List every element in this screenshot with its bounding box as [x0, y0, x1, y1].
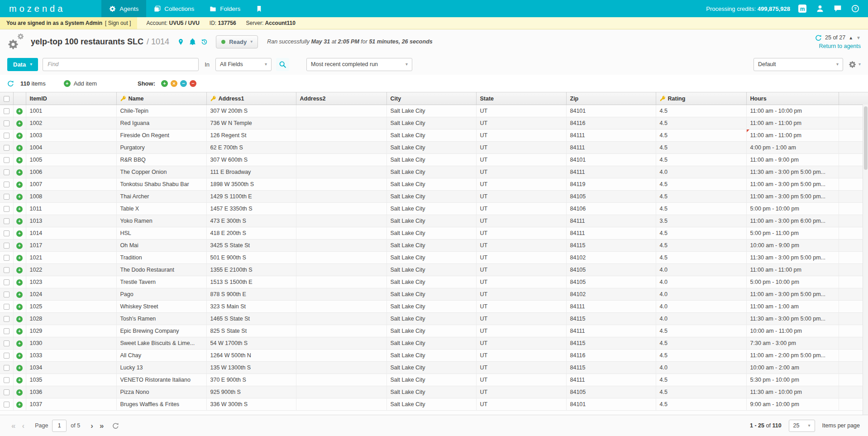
run-history-icon[interactable] [201, 38, 208, 45]
cell-address1[interactable]: 135 W 1300th S [206, 362, 296, 374]
nav-item-agents[interactable]: Agents [101, 0, 146, 17]
cell-hours[interactable]: 11:00 am - 3:00 pm 5:00 pm... [746, 191, 839, 203]
cell-state[interactable]: UT [476, 129, 566, 142]
row-checkbox[interactable] [4, 267, 10, 273]
cell-address2[interactable] [296, 362, 386, 374]
cell-itemid[interactable]: 1004 [26, 142, 116, 154]
cell-zip[interactable]: 84111 [566, 215, 656, 227]
row-checkbox[interactable] [4, 377, 10, 383]
cell-zip[interactable]: 84111 [566, 142, 656, 154]
cell-address2[interactable] [296, 313, 386, 325]
cell-address1[interactable]: 925 900th S [206, 386, 296, 398]
cell-itemid[interactable]: 1022 [26, 264, 116, 276]
cell-itemid[interactable]: 1007 [26, 178, 116, 191]
chat-icon[interactable] [832, 3, 843, 14]
cell-address1[interactable]: 336 W 300th S [206, 398, 296, 411]
cell-address2[interactable] [296, 288, 386, 301]
cell-itemid[interactable]: 1023 [26, 276, 116, 288]
cell-rating[interactable]: 4.5 [656, 240, 746, 252]
cell-zip[interactable]: 84111 [566, 129, 656, 142]
cell-hours[interactable]: 5:00 pm - 10:00 pm [746, 203, 839, 215]
cell-city[interactable]: Salt Lake City [386, 142, 476, 154]
cell-address2[interactable] [296, 337, 386, 350]
cell-name[interactable]: Pago [116, 288, 206, 301]
cell-city[interactable]: Salt Lake City [386, 398, 476, 411]
expand-row-icon[interactable]: + [16, 218, 23, 225]
cell-hours[interactable]: 11:00 am - 2:00 pm 5:00 pm... [746, 350, 839, 362]
cell-rating[interactable]: 4.5 [656, 398, 746, 411]
cell-hours[interactable]: 10:00 am - 9:00 pm [746, 240, 839, 252]
cell-rating[interactable]: 4.5 [656, 178, 746, 191]
cell-zip[interactable]: 84102 [566, 252, 656, 264]
column-header-zip[interactable]: Zip [566, 92, 656, 105]
page-number-input[interactable] [52, 420, 67, 432]
cell-state[interactable]: UT [476, 178, 566, 191]
cell-itemid[interactable]: 1033 [26, 350, 116, 362]
row-checkbox[interactable] [4, 255, 10, 261]
expand-row-icon[interactable]: + [16, 157, 23, 163]
cell-city[interactable]: Salt Lake City [386, 129, 476, 142]
cell-zip[interactable]: 84115 [566, 362, 656, 374]
expand-row-icon[interactable]: + [16, 292, 23, 298]
show-neutral-icon[interactable]: − [180, 80, 187, 87]
cell-zip[interactable]: 84106 [566, 203, 656, 215]
cell-hours[interactable]: 5:30 pm - 10:00 pm [746, 374, 839, 386]
cell-city[interactable]: Salt Lake City [386, 276, 476, 288]
cell-zip[interactable]: 84105 [566, 276, 656, 288]
row-checkbox[interactable] [4, 402, 10, 407]
cell-itemid[interactable]: 1002 [26, 117, 116, 129]
expand-row-icon[interactable]: + [16, 402, 23, 408]
column-header-name[interactable]: Name [116, 92, 206, 105]
row-checkbox[interactable] [4, 206, 10, 212]
cell-zip[interactable]: 84101 [566, 398, 656, 411]
cell-address2[interactable] [296, 325, 386, 337]
cell-rating[interactable]: 4.5 [656, 117, 746, 129]
cell-state[interactable]: UT [476, 215, 566, 227]
cell-name[interactable]: All Chay [116, 350, 206, 362]
last-page-icon[interactable]: » [96, 422, 107, 430]
field-up-icon[interactable]: ▲ [849, 35, 853, 40]
cell-city[interactable]: Salt Lake City [386, 227, 476, 240]
cell-name[interactable]: The Dodo Restaurant [116, 264, 206, 276]
expand-row-icon[interactable]: + [16, 389, 23, 396]
cell-address2[interactable] [296, 276, 386, 288]
cell-city[interactable]: Salt Lake City [386, 166, 476, 178]
cell-name[interactable]: Oh Mai [116, 240, 206, 252]
cell-rating[interactable]: 4.0 [656, 288, 746, 301]
cell-zip[interactable]: 84116 [566, 117, 656, 129]
row-checkbox[interactable] [4, 194, 10, 200]
cell-itemid[interactable]: 1036 [26, 386, 116, 398]
row-checkbox[interactable] [4, 292, 10, 297]
cell-zip[interactable]: 84101 [566, 105, 656, 117]
cell-city[interactable]: Salt Lake City [386, 240, 476, 252]
run-select[interactable]: Most recent completed run ▾ [306, 58, 412, 71]
row-checkbox[interactable] [4, 230, 10, 236]
cell-rating[interactable]: 4.5 [656, 129, 746, 142]
cell-hours[interactable]: 11:00 am - 3:00 pm 5:00 pm... [746, 288, 839, 301]
cell-name[interactable]: HSL [116, 227, 206, 240]
cell-address2[interactable] [296, 264, 386, 276]
row-checkbox[interactable] [4, 145, 10, 151]
cell-itemid[interactable]: 1017 [26, 240, 116, 252]
cell-city[interactable]: Salt Lake City [386, 350, 476, 362]
cell-zip[interactable]: 84115 [566, 313, 656, 325]
expand-row-icon[interactable]: + [16, 194, 23, 200]
row-checkbox[interactable] [4, 182, 10, 187]
cell-hours[interactable]: 11:30 am - 10:00 pm [746, 386, 839, 398]
cell-city[interactable]: Salt Lake City [386, 325, 476, 337]
cell-address1[interactable]: 307 W 200th S [206, 105, 296, 117]
mozenda-logo[interactable]: mozenda [0, 0, 74, 17]
cell-city[interactable]: Salt Lake City [386, 301, 476, 313]
expand-row-icon[interactable]: + [16, 133, 23, 139]
cell-state[interactable]: UT [476, 288, 566, 301]
cell-hours[interactable]: 11:00 am - 9:00 pm [746, 154, 839, 166]
cell-name[interactable]: Trestle Tavern [116, 276, 206, 288]
cell-zip[interactable]: 84111 [566, 325, 656, 337]
cell-address2[interactable] [296, 178, 386, 191]
cell-address1[interactable]: 54 W 1700th S [206, 337, 296, 350]
cell-rating[interactable]: 4.5 [656, 374, 746, 386]
cell-address1[interactable]: 473 E 300th S [206, 215, 296, 227]
row-checkbox[interactable] [4, 304, 10, 310]
cell-itemid[interactable]: 1008 [26, 191, 116, 203]
grid-settings-button[interactable]: ▾ [849, 61, 861, 68]
